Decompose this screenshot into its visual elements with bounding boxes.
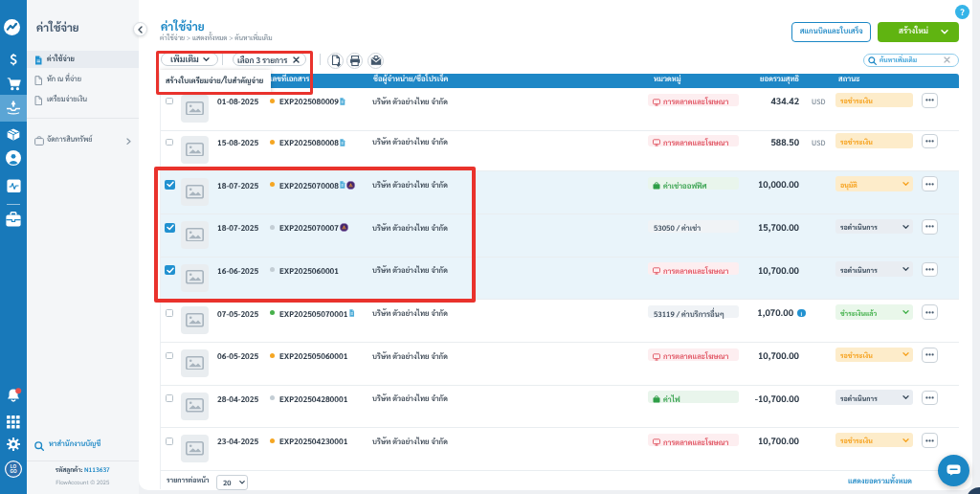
svg-text:GO: GO — [10, 469, 17, 474]
